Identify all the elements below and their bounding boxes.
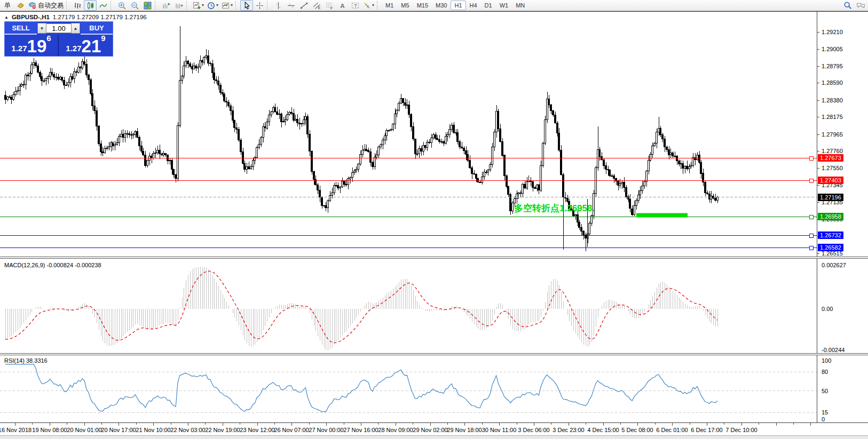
text-label-button[interactable]: T xyxy=(349,0,361,11)
pane-divider-rsi[interactable] xyxy=(0,353,868,355)
volume-input[interactable] xyxy=(46,23,71,33)
y-axis-tick: 1.28590 xyxy=(822,79,843,86)
y-axis-tick: 1.28380 xyxy=(822,97,843,103)
timeframe-h4[interactable]: H4 xyxy=(466,1,481,10)
x-axis-label: 6 Dec 01:00 xyxy=(656,427,688,433)
chart-shift-button[interactable] xyxy=(160,0,172,11)
auto-scroll-button[interactable] xyxy=(172,0,185,11)
candlestick-chart-button[interactable] xyxy=(84,0,97,11)
vertical-line-button[interactable] xyxy=(272,0,285,11)
trendline-button[interactable] xyxy=(297,0,310,11)
window-bottom-strip xyxy=(0,435,868,439)
chart-shift-icon xyxy=(162,2,170,10)
toolbar-separator xyxy=(235,1,239,10)
templates-icon xyxy=(222,2,230,10)
price-badge-1.27196: 1.27196 xyxy=(818,194,843,201)
macd-axis-tick: 0.002627 xyxy=(822,262,846,268)
y-axis-tick: 1.27965 xyxy=(822,131,843,138)
trendline-icon xyxy=(300,2,308,10)
price-axis[interactable]: 1.292101.290051.287951.285901.283801.281… xyxy=(817,12,868,422)
tile-windows-button[interactable] xyxy=(141,0,154,11)
chat-icon xyxy=(856,2,865,10)
timeframe-d1[interactable]: D1 xyxy=(481,1,496,10)
new-order-label: 单 xyxy=(1,0,14,11)
timeframe-m1[interactable]: M1 xyxy=(382,1,397,10)
volume-decrease-button[interactable]: ▼ xyxy=(37,23,46,34)
x-axis-label: 23 Nov 12:00 xyxy=(240,427,274,433)
new-order-button[interactable] xyxy=(14,0,27,11)
x-axis-label: 7 Dec 10:00 xyxy=(725,427,757,433)
dropdown-arrow-icon[interactable]: ▾ xyxy=(216,3,218,7)
line-endpoint-handle[interactable] xyxy=(809,215,814,219)
rsi-axis-tick: 50 xyxy=(822,388,828,394)
bar-chart-button[interactable] xyxy=(71,0,84,11)
line-endpoint-handle[interactable] xyxy=(809,234,814,238)
periods-button[interactable]: ▾ xyxy=(206,0,220,11)
candlestick-chart-icon xyxy=(86,2,94,10)
price-badge-1.26958: 1.26958 xyxy=(818,213,843,220)
rsi-axis-tick: 80 xyxy=(822,369,828,375)
price-badge-1.27673: 1.27673 xyxy=(818,154,843,162)
bar-chart-icon xyxy=(74,2,82,10)
svg-text:A: A xyxy=(340,2,345,9)
toolbar: 单自动交易▾▾▾EFAT▾M1M5M15M30H1H4D1W1MN xyxy=(0,0,868,11)
price-badge-1.26582: 1.26582 xyxy=(818,244,843,251)
sell-button[interactable]: SELL xyxy=(5,22,37,35)
chart-title: ▲ GBPUSD-,H1 1.27179 1.27209 1.27179 1.2… xyxy=(4,14,147,20)
chart-canvas[interactable] xyxy=(0,12,868,439)
toolbar-separator xyxy=(111,1,114,10)
macd-series xyxy=(5,267,718,350)
arrows-icon xyxy=(363,2,371,10)
buy-price[interactable]: 1.27219 xyxy=(59,35,113,56)
rsi-series xyxy=(0,364,817,413)
date-axis[interactable]: 16 Nov 201819 Nov 08:0020 Nov 01:0020 No… xyxy=(0,422,868,436)
x-axis-label: 26 Nov 07:00 xyxy=(274,427,309,433)
y-axis-tick: 1.29005 xyxy=(822,46,843,52)
svg-text:F: F xyxy=(330,6,333,9)
volume-increase-button[interactable]: ▲ xyxy=(71,23,80,34)
timeframe-h1[interactable]: H1 xyxy=(451,1,465,10)
price-badge-1.26732: 1.26732 xyxy=(818,232,843,239)
one-click-collapse-icon[interactable]: ▲ xyxy=(4,15,9,20)
x-axis-label: 4 Dec 15:00 xyxy=(587,427,619,433)
dropdown-arrow-icon[interactable]: ▾ xyxy=(202,3,204,7)
line-endpoint-handle[interactable] xyxy=(809,156,814,161)
x-axis-label: 3 Dec 06:00 xyxy=(518,427,549,433)
timeframe-mn[interactable]: MN xyxy=(512,1,528,10)
line-chart-button[interactable] xyxy=(97,0,109,11)
equidistant-channel-button[interactable]: E xyxy=(310,0,323,11)
svg-text:E: E xyxy=(318,6,320,10)
price-badge-1.27403: 1.27403 xyxy=(818,177,843,184)
line-endpoint-handle[interactable] xyxy=(809,246,814,250)
svg-text:T: T xyxy=(354,3,357,9)
timeframe-m5[interactable]: M5 xyxy=(397,1,413,10)
pane-divider-macd[interactable] xyxy=(0,257,868,259)
zoom-in-button[interactable] xyxy=(115,0,128,11)
x-axis-label: 3 Dec 23:00 xyxy=(553,427,584,433)
x-axis-label: 29 Nov 18:00 xyxy=(447,427,482,433)
arrows-button[interactable]: ▾ xyxy=(361,0,376,11)
x-axis-label: 16 Nov 2018 xyxy=(0,427,31,433)
volume-control: ▼ ▲ xyxy=(37,22,81,35)
dropdown-arrow-icon[interactable]: ▾ xyxy=(372,3,374,7)
chat-button[interactable] xyxy=(854,0,867,11)
horizontal-line-button[interactable] xyxy=(285,0,297,11)
equidistant-channel-icon: E xyxy=(313,2,321,10)
timeframe-m30[interactable]: M30 xyxy=(432,1,451,10)
crosshair-button[interactable] xyxy=(253,0,266,11)
fibonacci-button[interactable]: F xyxy=(323,0,336,11)
sell-price[interactable]: 1.27196 xyxy=(5,35,59,56)
timeframe-m15[interactable]: M15 xyxy=(413,1,432,10)
dropdown-arrow-icon[interactable]: ▾ xyxy=(231,3,233,7)
search-button[interactable] xyxy=(841,0,854,11)
zoom-out-button[interactable] xyxy=(128,0,141,11)
autotrading-button[interactable]: 自动交易 xyxy=(27,0,65,11)
text-button[interactable]: A xyxy=(336,0,349,11)
timeframe-w1[interactable]: W1 xyxy=(496,1,512,10)
line-endpoint-handle[interactable] xyxy=(809,179,814,183)
cursor-button[interactable] xyxy=(240,0,253,11)
buy-button[interactable]: BUY xyxy=(81,22,113,35)
periods-icon xyxy=(207,2,215,10)
new-chart-button[interactable]: ▾ xyxy=(191,0,206,11)
templates-button[interactable]: ▾ xyxy=(220,0,234,11)
